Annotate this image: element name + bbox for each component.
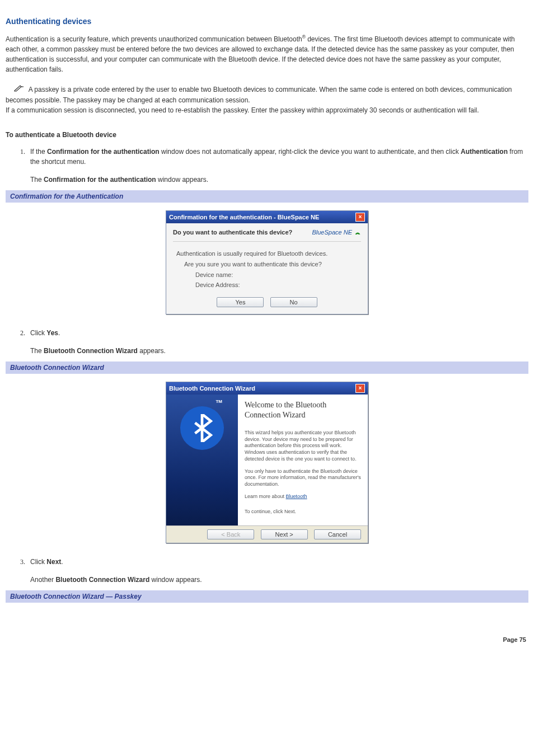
bluespace-brand: BlueSpace NE (312, 229, 361, 236)
wizard-welcome: Welcome to the Bluetooth Connection Wiza… (245, 400, 361, 420)
confirmation-question: Do you want to authenticate this device? (173, 229, 292, 236)
note-text-2: If a communication session is disconnect… (6, 106, 479, 114)
conf-device-address-label: Device Address: (195, 280, 361, 290)
wizard-footer: < Back Next > Cancel (166, 525, 368, 543)
no-button[interactable]: No (270, 297, 317, 307)
conf-line-1: Authentication is usually required for B… (176, 248, 361, 259)
caption-wizard: Bluetooth Connection Wizard (6, 361, 528, 374)
bluetooth-icon (180, 406, 224, 450)
close-icon[interactable]: × (355, 384, 365, 393)
wizard-titlebar: Bluetooth Connection Wizard × (166, 382, 368, 395)
step3-b1: Next (46, 558, 61, 566)
step2-sub-post: appears. (138, 347, 166, 355)
wizard-dialog: Bluetooth Connection Wizard × TM Welcome… (166, 382, 368, 543)
step1-b1: Confirmation for the authentication (47, 148, 160, 156)
step2-pre: Click (30, 329, 46, 337)
steps-list-2: Click Yes. The Bluetooth Connection Wiza… (17, 328, 528, 356)
sub-heading: To authenticate a Bluetooth device (6, 131, 528, 139)
page-number: Page 75 (6, 636, 528, 643)
note-block: A passkey is a private code entered by t… (6, 84, 528, 115)
back-button: < Back (207, 529, 254, 539)
step-1: If the Confirmation for the authenticati… (27, 147, 528, 185)
step1-mid: window does not automatically appear, ri… (160, 148, 461, 156)
caption-confirmation: Confirmation for the Authentication (6, 190, 528, 203)
confirmation-dialog: Confirmation for the authentication - Bl… (166, 210, 368, 314)
step2-sub-b: Bluetooth Connection Wizard (44, 347, 138, 355)
step3-sub-post: window appears. (149, 576, 202, 584)
step3-sub-pre: Another (30, 576, 55, 584)
bluespace-label: BlueSpace NE (312, 229, 352, 236)
confirmation-title-text: Confirmation for the authentication - Bl… (169, 214, 319, 220)
wizard-continue: To continue, click Next. (245, 509, 361, 515)
step1-pre: If the (30, 148, 47, 156)
cancel-button[interactable]: Cancel (314, 529, 361, 539)
note-icon (13, 84, 25, 95)
conf-device-name-label: Device name: (195, 270, 361, 280)
yes-button[interactable]: Yes (217, 297, 264, 307)
step1-sub-b: Confirmation for the authentication (44, 176, 156, 184)
step1-b2: Authentication (461, 148, 508, 156)
step2-post: . (58, 329, 60, 337)
wizard-sidebar: TM (166, 395, 238, 525)
step-3: Click Next. Another Bluetooth Connection… (27, 557, 528, 585)
tm-mark: TM (216, 399, 222, 404)
steps-list-3: Click Next. Another Bluetooth Connection… (17, 557, 528, 585)
step2-b1: Yes (46, 329, 58, 337)
page-title: Authenticating devices (6, 17, 528, 26)
step1-sub-pre: The (30, 176, 44, 184)
intro-text: Authentication is a security feature, wh… (6, 35, 302, 43)
wizard-p2: You only have to authenticate the Blueto… (245, 468, 361, 488)
step3-sub-b: Bluetooth Connection Wizard (55, 576, 149, 584)
bluetooth-link[interactable]: Bluetooth (286, 494, 307, 499)
step-2: Click Yes. The Bluetooth Connection Wiza… (27, 328, 528, 356)
confirmation-titlebar: Confirmation for the authentication - Bl… (166, 211, 368, 223)
wizard-learn-pre: Learn more about (245, 494, 286, 499)
signal-icon (354, 229, 361, 236)
conf-line-2: Are you sure you want to authenticate th… (184, 259, 361, 270)
close-icon[interactable]: × (355, 213, 365, 222)
next-button[interactable]: Next > (261, 529, 308, 539)
steps-list: If the Confirmation for the authenticati… (17, 147, 528, 185)
step1-sub-post: window appears. (156, 176, 208, 184)
wizard-p1: This wizard helps you authenticate your … (245, 430, 361, 462)
step3-pre: Click (30, 558, 46, 566)
note-text-1: A passkey is a private code entered by t… (6, 86, 512, 104)
step3-post: . (61, 558, 63, 566)
wizard-title-text: Bluetooth Connection Wizard (169, 385, 255, 392)
intro-paragraph: Authentication is a security feature, wh… (6, 34, 528, 74)
caption-passkey: Bluetooth Connection Wizard — Passkey (6, 590, 528, 603)
step2-sub-pre: The (30, 347, 44, 355)
